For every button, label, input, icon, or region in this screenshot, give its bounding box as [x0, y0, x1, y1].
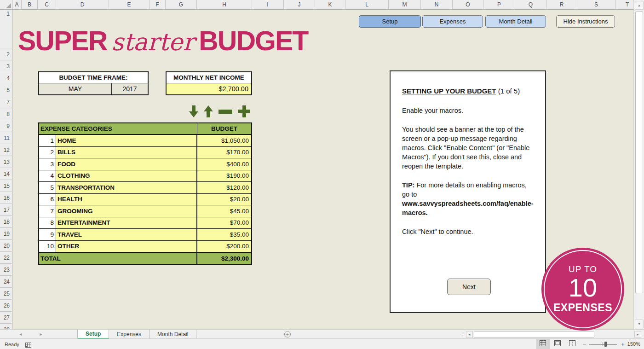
row-header[interactable]: 3	[0, 60, 12, 72]
zoom-slider-track[interactable]	[589, 344, 617, 345]
row-header[interactable]: 24	[0, 276, 12, 288]
horizontal-scroll-thumb[interactable]	[474, 331, 594, 338]
expense-category-cell[interactable]: OTHER	[56, 241, 197, 252]
row-header[interactable]: 26	[0, 300, 12, 312]
row-header[interactable]: 11	[0, 132, 12, 144]
column-header[interactable]: A	[12, 0, 22, 10]
expense-number-cell[interactable]: 9	[39, 229, 56, 240]
expense-budget-cell[interactable]: $170.00	[197, 147, 251, 158]
row-header[interactable]: 4	[0, 72, 12, 84]
column-header[interactable]: C	[38, 0, 56, 10]
column-header[interactable]: D	[56, 0, 109, 10]
row-header[interactable]: 16	[0, 192, 12, 204]
row-header[interactable]: 18	[0, 216, 12, 228]
hide-instructions-button[interactable]: Hide Instructions	[556, 15, 615, 28]
expense-number-cell[interactable]: 4	[39, 170, 56, 182]
row-header[interactable]: 23	[0, 264, 12, 276]
scroll-up-arrow[interactable]: ▲	[635, 1, 644, 10]
column-header[interactable]: O	[453, 0, 483, 10]
column-header[interactable]: B	[22, 0, 38, 10]
expense-budget-cell[interactable]: $70.00	[197, 217, 251, 229]
scroll-down-arrow[interactable]: ▼	[635, 320, 644, 328]
row-header[interactable]: 25	[0, 288, 12, 300]
row-header[interactable]: 8	[0, 108, 12, 120]
expense-budget-cell[interactable]: $120.00	[197, 182, 251, 193]
column-header[interactable]: R	[546, 0, 577, 10]
income-value-cell[interactable]: $2,700.00	[167, 83, 251, 94]
scrollbar-resize-grip[interactable]: ⁞	[462, 332, 463, 337]
row-header[interactable]: 27	[0, 312, 12, 324]
expense-category-cell[interactable]: CLOTHING	[56, 170, 197, 182]
expense-budget-cell[interactable]: $20.00	[197, 194, 251, 205]
column-header[interactable]: E	[109, 0, 150, 10]
remove-expense-button[interactable]	[218, 105, 233, 118]
expense-number-cell[interactable]: 3	[39, 158, 56, 170]
sheet-tab[interactable]: Expenses	[109, 330, 150, 339]
expense-number-cell[interactable]: 6	[39, 194, 56, 205]
column-header[interactable]: F	[150, 0, 166, 10]
select-all-corner[interactable]	[0, 0, 12, 10]
column-header[interactable]: P	[483, 0, 515, 10]
new-sheet-button[interactable]: +	[284, 331, 291, 337]
expense-category-cell[interactable]: TRANSPORTATION	[56, 182, 197, 193]
column-header[interactable]: N	[421, 0, 453, 10]
expense-category-cell[interactable]: GROOMING	[56, 205, 197, 217]
zoom-level[interactable]: 150%	[626, 339, 642, 349]
row-header[interactable]: 5	[0, 84, 12, 96]
vertical-scrollbar[interactable]: ▲ ▼	[633, 0, 644, 329]
expense-category-cell[interactable]: BILLS	[56, 147, 197, 158]
row-header[interactable]: 28	[0, 324, 12, 329]
time-frame-month-cell[interactable]: MAY	[39, 83, 112, 94]
expense-budget-cell[interactable]: $400.00	[197, 158, 251, 170]
row-header[interactable]: 9	[0, 120, 12, 132]
expense-category-cell[interactable]: HEALTH	[56, 194, 197, 205]
row-header[interactable]: 12	[0, 144, 12, 156]
tab-scroll-right-arrow[interactable]: ►	[36, 330, 46, 339]
scroll-left-arrow[interactable]: ◄	[466, 331, 473, 338]
row-header[interactable]: 1	[0, 10, 12, 48]
expense-category-cell[interactable]: TRAVEL	[56, 229, 197, 240]
expense-number-cell[interactable]: 7	[39, 205, 56, 217]
column-header[interactable]: S	[577, 0, 615, 10]
row-header[interactable]: 2	[0, 48, 12, 60]
zoom-out-button[interactable]: −	[581, 339, 588, 349]
expense-number-cell[interactable]: 1	[39, 135, 56, 146]
expense-number-cell[interactable]: 8	[39, 217, 56, 229]
expense-number-cell[interactable]: 5	[39, 182, 56, 193]
expense-budget-cell[interactable]: $1,050.00	[197, 135, 251, 146]
expense-budget-cell[interactable]: $35.00	[197, 229, 251, 240]
column-header[interactable]: M	[389, 0, 421, 10]
expense-budget-cell[interactable]: $45.00	[197, 205, 251, 217]
column-header[interactable]: I	[252, 0, 284, 10]
row-header[interactable]: 22	[0, 252, 12, 264]
zoom-slider-thumb[interactable]	[604, 342, 607, 347]
row-header[interactable]: 19	[0, 228, 12, 240]
row-header[interactable]: 13	[0, 156, 12, 168]
sheet-tab[interactable]: Setup	[77, 330, 109, 339]
page-layout-view-button[interactable]	[551, 339, 564, 349]
column-header[interactable]: H	[197, 0, 252, 10]
page-break-view-button[interactable]	[565, 339, 579, 349]
vertical-scroll-thumb[interactable]	[635, 12, 643, 293]
column-header[interactable]: T	[615, 0, 633, 10]
normal-view-button[interactable]	[536, 339, 550, 349]
expense-category-cell[interactable]: HOME	[56, 135, 197, 146]
scroll-right-arrow[interactable]: ►	[634, 331, 641, 338]
row-header[interactable]: 15	[0, 180, 12, 192]
add-expense-button[interactable]	[237, 105, 252, 118]
expense-category-cell[interactable]: FOOD	[56, 158, 197, 170]
column-header[interactable]: L	[345, 0, 389, 10]
expenses-nav-button[interactable]: Expenses	[422, 15, 483, 28]
next-button[interactable]: Next	[447, 279, 491, 295]
row-header[interactable]: 17	[0, 204, 12, 216]
tab-scroll-left-arrow[interactable]: ◄	[16, 330, 26, 339]
time-frame-year-cell[interactable]: 2017	[112, 83, 148, 94]
row-header[interactable]: 20	[0, 240, 12, 252]
expense-number-cell[interactable]: 2	[39, 147, 56, 158]
row-header[interactable]: 14	[0, 168, 12, 180]
month-detail-nav-button[interactable]: Month Detail	[485, 15, 546, 28]
column-header[interactable]: K	[315, 0, 345, 10]
expense-budget-cell[interactable]: $200.00	[197, 241, 251, 252]
setup-nav-button[interactable]: Setup	[359, 15, 421, 28]
row-header[interactable]: 7	[0, 96, 12, 108]
